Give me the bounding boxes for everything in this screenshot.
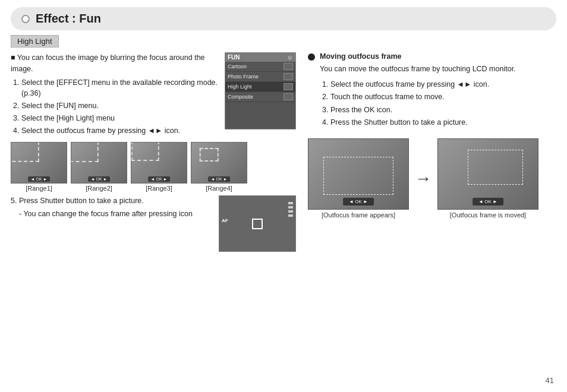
step5-label: 5. Press Shutter button to take a pictur…	[11, 195, 213, 207]
range4-focus	[199, 148, 219, 162]
page-title: Effect : Fun	[36, 12, 101, 26]
range4-label: [Range4]	[191, 185, 247, 192]
steps-list: Select the [EFFECT] menu in the availabl…	[11, 77, 219, 137]
bullet-circle-icon	[308, 53, 315, 61]
right-steps-list: Select the outfocus frame by pressing ◄►…	[308, 78, 556, 129]
range3-label: [Range3]	[131, 185, 187, 192]
outfocus-before-image: FUN / HIGHLIGHT 3 ◄ OK ►	[308, 138, 409, 210]
outfocus-after-image: FUN / HIGHLIGHT 3 ◄ OK ►	[437, 138, 538, 210]
outfocus-after-item: FUN / HIGHLIGHT 3 ◄ OK ► [Outfocus frame…	[437, 138, 538, 219]
range2-focus	[71, 142, 99, 162]
main-content: ■ You can focus the image by blurring th…	[0, 52, 567, 252]
outfocus-before-frame	[323, 157, 393, 195]
step-3: Select the [High Light] menu	[21, 113, 219, 124]
outfocus-before-ok: ◄ OK ►	[343, 198, 374, 206]
range2-label: [Range2]	[71, 185, 127, 192]
bar1	[288, 202, 293, 204]
left-column: ■ You can focus the image by blurring th…	[11, 52, 296, 252]
range1-label: [Range1]	[11, 185, 67, 192]
menu-icon-photoframe	[284, 73, 293, 80]
range4-ok: ◄ OK ►	[208, 176, 231, 182]
menu-item-composite: Composite	[225, 92, 295, 102]
right-step-4: Press the Shutter button to take a pictu…	[330, 116, 556, 129]
outfocus-after-label: [Outfocus frame is moved]	[437, 211, 538, 219]
range3-item: ◄ OK ► [Range3]	[131, 142, 187, 192]
range4-image: ◄ OK ►	[191, 142, 247, 184]
outfocus-row: FUN / HIGHLIGHT 3 ◄ OK ► [Outfocus frame…	[308, 138, 556, 219]
step5-camera-screen: AF	[219, 195, 296, 252]
range2-ok: ◄ OK ►	[88, 176, 111, 182]
step5-sub: - You can change the focus frame after p…	[11, 208, 213, 220]
right-column: Moving outfocus frame You can move the o…	[296, 52, 556, 252]
right-section-title: Moving outfocus frame	[308, 52, 556, 61]
page-header: Effect : Fun	[11, 7, 556, 30]
range3-focus	[131, 142, 159, 161]
menu-icon: ☺	[287, 54, 293, 61]
range1-focus	[11, 142, 39, 162]
outfocus-before-label: [Outfocus frame appears]	[308, 211, 409, 219]
bar3	[288, 210, 293, 213]
menu-screenshot: FUN ☺ Cartoon Photo Frame High Light Com…	[225, 52, 296, 129]
right-step-3: Press the OK icon.	[330, 104, 556, 116]
page-number: 41	[546, 376, 554, 385]
step5-focus-box	[252, 219, 263, 229]
step5-text: 5. Press Shutter button to take a pictur…	[11, 195, 213, 220]
outfocus-before-item: FUN / HIGHLIGHT 3 ◄ OK ► [Outfocus frame…	[308, 138, 409, 219]
range2-item: ◄ OK ► [Range2]	[71, 142, 127, 192]
right-body-text: You can move the outfocus frame by touch…	[308, 63, 556, 75]
range-images-row: ◄ OK ► [Range1] ◄ OK ► [Range2] ◄ OK ►	[11, 142, 296, 192]
step-2: Select the [FUN] menu.	[21, 100, 219, 112]
menu-icon-composite	[284, 93, 293, 100]
outfocus-after-frame	[468, 150, 522, 185]
bar2	[288, 206, 293, 208]
intro-bullet: ■	[11, 53, 15, 62]
outfocus-after-ok: ◄ OK ►	[472, 198, 503, 206]
range1-ok: ◄ OK ►	[28, 176, 51, 182]
menu-icon-cartoon	[284, 63, 293, 70]
range1-item: ◄ OK ► [Range1]	[11, 142, 67, 192]
range3-ok: ◄ OK ►	[148, 176, 171, 182]
range2-image: ◄ OK ►	[71, 142, 127, 184]
highlight-badge: High Light	[11, 35, 59, 48]
menu-item-highlight: High Light	[225, 82, 295, 92]
right-step-2: Touch the outfocus frame to move.	[330, 91, 556, 103]
step-4: Select the outfocus frame by pressing ◄►…	[21, 125, 219, 137]
menu-icon-highlight	[284, 83, 293, 90]
bar4	[288, 214, 293, 217]
range4-item: ◄ OK ► [Range4]	[191, 142, 247, 192]
step5-af-label: AF	[222, 218, 228, 223]
header-bullet-icon	[21, 15, 30, 23]
step5-bg: AF	[219, 196, 295, 251]
step-1: Select the [EFFECT] menu in the availabl…	[21, 77, 219, 100]
intro-text: ■ You can focus the image by blurring th…	[11, 52, 219, 137]
menu-item-photoframe: Photo Frame	[225, 72, 295, 82]
menu-header: FUN ☺	[225, 53, 295, 62]
intro-bullet-text: ■ You can focus the image by blurring th…	[11, 52, 219, 75]
step5-row: 5. Press Shutter button to take a pictur…	[11, 195, 296, 252]
right-step-1: Select the outfocus frame by pressing ◄►…	[330, 78, 556, 91]
step5-bars	[288, 202, 293, 217]
arrow-right-icon: →	[415, 169, 431, 188]
intro-row: ■ You can focus the image by blurring th…	[11, 52, 296, 137]
range3-image: ◄ OK ►	[131, 142, 187, 184]
menu-item-cartoon: Cartoon	[225, 62, 295, 72]
range1-image: ◄ OK ►	[11, 142, 67, 184]
menu-title: FUN	[228, 54, 240, 61]
